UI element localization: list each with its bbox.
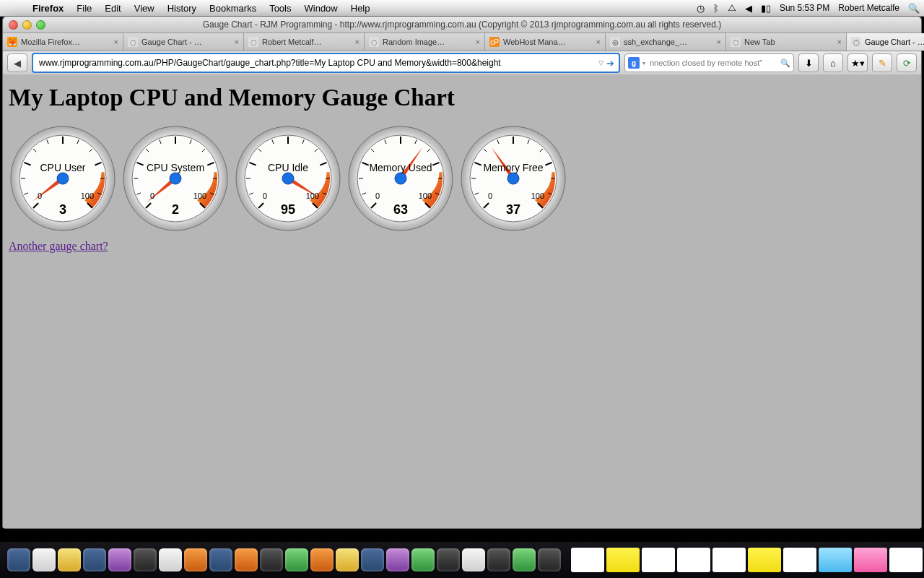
dock-app-icon[interactable] [134, 548, 157, 571]
window-minimize-button[interactable] [22, 20, 32, 30]
volume-icon[interactable]: ◀ [745, 3, 752, 14]
search-dropdown-icon[interactable]: ▾ [642, 60, 645, 66]
tab-6[interactable]: ◌New Tab× [726, 33, 847, 51]
back-button[interactable]: ◀ [7, 53, 27, 72]
dock-app-icon[interactable] [159, 548, 182, 571]
tab-5[interactable]: ◎ssh_exchange_…× [606, 33, 726, 51]
dock-minimized-window[interactable] [571, 548, 604, 572]
bluetooth-icon[interactable]: ᛒ [713, 3, 719, 14]
tab-label: Gauge Chart - … [865, 38, 924, 46]
dock-minimized-window[interactable] [677, 548, 710, 572]
another-gauge-link[interactable]: Another gauge chart? [9, 240, 108, 252]
menu-tools[interactable]: Tools [263, 3, 297, 14]
dock-minimized-window[interactable] [642, 548, 675, 572]
dock-app-icon[interactable] [513, 548, 536, 571]
dock-app-icon[interactable] [462, 548, 485, 571]
menu-file[interactable]: File [70, 3, 98, 14]
tab-close-icon[interactable]: × [837, 38, 842, 46]
menubar-app[interactable]: Firefox [26, 3, 70, 14]
dock-app-icon[interactable] [58, 548, 81, 571]
menu-help[interactable]: Help [344, 3, 377, 14]
dock-app-icon[interactable] [32, 548, 56, 571]
tab-close-icon[interactable]: × [476, 38, 480, 46]
url-dropdown-icon[interactable]: ▽ [598, 59, 603, 66]
bookmarks-button[interactable]: ★▾ [847, 53, 868, 72]
menu-window[interactable]: Window [298, 3, 344, 14]
tab-2[interactable]: ◌Robert Metcalf…× [244, 33, 365, 51]
addon-button-1[interactable]: ✎ [872, 53, 892, 72]
page-content: My Laptop CPU and Memory Gauge Chart CPU… [3, 74, 921, 528]
tab-3[interactable]: ◌Random Image…× [365, 33, 485, 51]
dock-app-icon[interactable] [285, 548, 308, 571]
search-engine-icon[interactable]: g [628, 57, 640, 69]
url-bar[interactable]: ▽ ➔ [32, 53, 620, 73]
tab-label: Robert Metcalf… [262, 38, 322, 46]
url-input[interactable] [38, 57, 596, 69]
window-zoom-button[interactable] [36, 20, 45, 30]
home-button[interactable]: ⌂ [823, 53, 843, 72]
favicon-icon: ◌ [369, 37, 379, 47]
dock-app-icon[interactable] [336, 548, 359, 571]
wifi-icon[interactable]: ⧍ [728, 2, 736, 14]
dock-minimized-window[interactable] [606, 548, 640, 572]
dock-app-icon[interactable] [108, 548, 131, 571]
tab-0[interactable]: 🦊Mozilla Firefox…× [3, 33, 123, 51]
tab-4[interactable]: cPWebHost Mana…× [485, 33, 606, 51]
dock-app-icon[interactable] [310, 548, 334, 571]
favicon-icon: ◎ [610, 37, 620, 47]
dock-app-icon[interactable] [7, 548, 30, 571]
dock-app-icon[interactable] [386, 548, 409, 571]
tab-close-icon[interactable]: × [235, 38, 239, 46]
addon-button-2[interactable]: ⟳ [897, 53, 917, 72]
tab-label: Mozilla Firefox… [21, 38, 80, 46]
menu-edit[interactable]: Edit [98, 3, 127, 14]
dock-app-icon[interactable] [487, 548, 510, 571]
dock-app-icon[interactable] [209, 548, 232, 571]
window-titlebar: Gauge Chart - RJM Programming - http://w… [3, 17, 921, 33]
tab-close-icon[interactable]: × [717, 38, 721, 46]
gauge-row: CPU User 0 100 3 CPU System 0 100 2 CPU … [9, 124, 921, 233]
dock-app-icon[interactable] [184, 548, 207, 571]
dock-minimized-window[interactable] [783, 548, 816, 572]
search-input[interactable] [648, 58, 777, 68]
timemachine-icon[interactable]: ◷ [697, 3, 705, 14]
gauge-svg [346, 124, 455, 233]
dock-minimized-window[interactable] [819, 548, 852, 572]
tab-close-icon[interactable]: × [114, 38, 118, 46]
menubar-clock[interactable]: Sun 5:53 PM [780, 3, 829, 13]
dock-app-icon[interactable] [538, 548, 561, 571]
tab-close-icon[interactable]: × [596, 38, 601, 46]
tab-close-icon[interactable]: × [355, 38, 359, 46]
downloads-button[interactable]: ⬇ [798, 53, 819, 72]
battery-icon[interactable]: ▮▯ [761, 3, 771, 14]
search-bar[interactable]: g ▾ 🔍 [624, 53, 794, 72]
spotlight-icon[interactable]: 🔍 [908, 3, 920, 14]
window-close-button[interactable] [9, 20, 18, 30]
favicon-icon: ◌ [851, 37, 861, 47]
gauge-1: CPU System 0 100 2 [121, 124, 230, 233]
menubar-user[interactable]: Robert Metcalfe [838, 3, 899, 13]
dock-app-icon[interactable] [361, 548, 384, 571]
menu-view[interactable]: View [128, 3, 161, 14]
menu-history[interactable]: History [161, 3, 203, 14]
dock-minimized-window[interactable] [889, 548, 923, 572]
search-icon[interactable]: 🔍 [780, 59, 790, 68]
svg-point-16 [57, 173, 69, 184]
dock-app-icon[interactable] [235, 548, 258, 571]
dock-minimized-window[interactable] [748, 548, 781, 572]
dock-app-icon[interactable] [411, 548, 435, 571]
dock-minimized-window[interactable] [854, 548, 887, 572]
tab-1[interactable]: ◌Gauge Chart - …× [123, 33, 244, 51]
tab-7[interactable]: ◌Gauge Chart - …× [847, 33, 924, 51]
gauge-svg [9, 124, 117, 233]
dock-app-icon[interactable] [437, 548, 460, 571]
dock-app-icon[interactable] [83, 548, 106, 571]
url-go-icon[interactable]: ➔ [606, 58, 614, 69]
tab-label: Gauge Chart - … [141, 38, 202, 46]
menu-bookmarks[interactable]: Bookmarks [203, 3, 263, 14]
dock-app-icon[interactable] [260, 548, 283, 571]
macos-dock[interactable] [0, 542, 924, 578]
dock-minimized-window[interactable] [712, 548, 746, 572]
tab-label: Random Image… [383, 38, 445, 46]
tab-label: ssh_exchange_… [624, 38, 687, 46]
